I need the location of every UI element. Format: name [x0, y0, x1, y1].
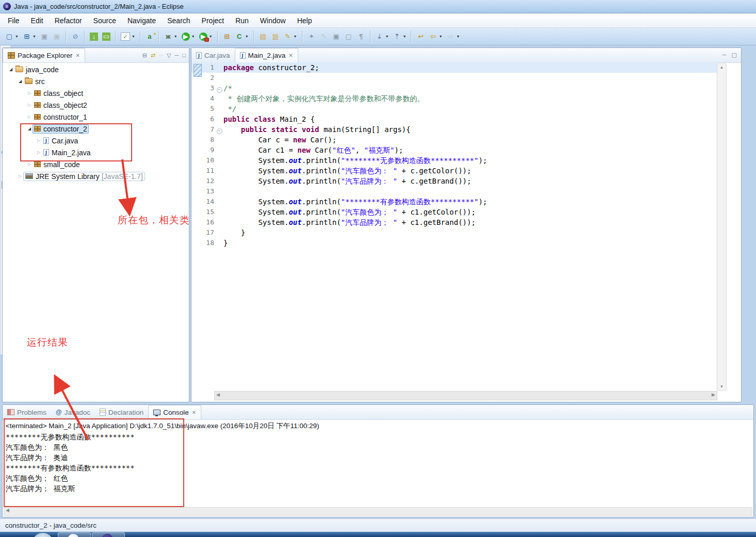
- scroll-down-icon[interactable]: ▼: [717, 384, 726, 389]
- new-wizard-button[interactable]: ▢▼: [4, 31, 20, 42]
- collapsed-twistie-icon[interactable]: ▷: [26, 91, 33, 95]
- console-tab-console[interactable]: Console✕: [148, 405, 201, 419]
- menu-help[interactable]: Help: [292, 15, 318, 26]
- collapsed-twistie-icon[interactable]: ▷: [26, 103, 33, 107]
- dropdown-arrow-icon[interactable]: ▼: [33, 35, 36, 38]
- menu-file[interactable]: File: [2, 15, 25, 26]
- dropdown-arrow-icon[interactable]: ▼: [132, 35, 135, 38]
- close-icon[interactable]: ✕: [288, 53, 293, 58]
- maximize-view-icon[interactable]: □: [182, 52, 186, 58]
- collapse-icon[interactable]: −: [217, 128, 222, 134]
- tree-item-constructor-2[interactable]: ◢constructor_2: [3, 123, 189, 135]
- console-tab-problems[interactable]: Problems: [3, 405, 51, 419]
- forward-button[interactable]: ⇨▼: [445, 31, 461, 42]
- dropdown-arrow-icon[interactable]: ▼: [385, 35, 389, 38]
- avd-manager-button[interactable]: ▭: [101, 31, 112, 42]
- menu-window[interactable]: Window: [254, 15, 292, 26]
- attach-key-button[interactable]: ✦: [306, 31, 317, 42]
- close-icon[interactable]: ✕: [76, 53, 80, 58]
- dropdown-arrow-icon[interactable]: ▼: [174, 35, 178, 38]
- expanded-twistie-icon[interactable]: ◢: [26, 126, 33, 131]
- console-output[interactable]: ********无参数构造函数**********汽车颜色为： 黑色汽车品牌为：…: [3, 432, 753, 494]
- menu-navigate[interactable]: Navigate: [122, 15, 162, 26]
- menu-project[interactable]: Project: [196, 15, 230, 26]
- brush-disabled-button[interactable]: ✎: [318, 31, 330, 42]
- close-icon[interactable]: ✕: [192, 410, 196, 415]
- minimize-view-icon[interactable]: ─: [175, 52, 179, 58]
- taskbar-app-2[interactable]: [92, 532, 125, 537]
- collapsed-twistie-icon[interactable]: ▷: [26, 162, 33, 167]
- console-horizontal-scrollbar[interactable]: ◀: [4, 507, 752, 516]
- menu-run[interactable]: Run: [230, 15, 254, 26]
- collapse-icon[interactable]: −: [217, 87, 222, 93]
- start-button[interactable]: [32, 533, 54, 537]
- open-folder-button[interactable]: ▥: [270, 31, 281, 42]
- java-ee-grid-button[interactable]: ⊞: [221, 31, 233, 42]
- editor-vertical-scrollbar[interactable]: ▲ ▼: [717, 63, 727, 390]
- save-all-button[interactable]: ▣: [51, 31, 62, 42]
- tree-item-class-object[interactable]: ▷class_object: [3, 87, 189, 99]
- new-java-class-button[interactable]: a+: [144, 31, 155, 42]
- collapsed-twistie-icon[interactable]: ▷: [26, 115, 33, 119]
- previous-annotation-button[interactable]: ⇡▼: [391, 31, 408, 42]
- collapse-all-icon[interactable]: ⊟: [142, 52, 147, 59]
- expanded-twistie-icon[interactable]: ◢: [8, 67, 14, 72]
- tree-item-main-2-java[interactable]: ▷JMain_2.java: [3, 147, 189, 158]
- dropdown-arrow-icon[interactable]: ▼: [209, 35, 213, 38]
- focus-icon[interactable]: ◦◦: [159, 52, 163, 58]
- expanded-twistie-icon[interactable]: ◢: [17, 79, 23, 84]
- show-source-button[interactable]: ▢: [343, 31, 355, 42]
- tab-package-explorer[interactable]: Package Explorer ✕: [3, 48, 85, 62]
- collapsed-twistie-icon[interactable]: ▷: [36, 150, 42, 155]
- dropdown-arrow-icon[interactable]: ▼: [403, 35, 406, 38]
- open-resource-button[interactable]: ▤: [258, 31, 269, 42]
- editor-horizontal-scrollbar[interactable]: ◀ ▶: [214, 391, 717, 400]
- tree-item-src[interactable]: ◢src: [3, 75, 189, 87]
- tree-item-class-object2[interactable]: ▷class_object2: [3, 99, 189, 111]
- collapsed-twistie-icon[interactable]: ▷: [17, 174, 23, 178]
- save-button[interactable]: ▣: [39, 31, 50, 42]
- new-java-project-button[interactable]: ⊞▼: [21, 31, 38, 42]
- console-tab-javadoc[interactable]: @Javadoc: [51, 405, 95, 419]
- editor-tab-main-2-java[interactable]: JMain_2.java✕: [235, 48, 298, 62]
- collapsed-twistie-icon[interactable]: ▷: [36, 138, 42, 143]
- search-button[interactable]: ✎▼: [282, 31, 299, 42]
- dropdown-arrow-icon[interactable]: ▼: [456, 35, 460, 38]
- dropdown-arrow-icon[interactable]: ▼: [191, 35, 195, 38]
- menu-refactor[interactable]: Refactor: [49, 15, 88, 26]
- scroll-left-icon[interactable]: ◀: [6, 508, 9, 513]
- minimize-editor-icon[interactable]: ─: [722, 52, 727, 58]
- tree-item-small-code[interactable]: ▷small_code: [3, 158, 189, 170]
- print-disabled-button[interactable]: ⊘: [70, 31, 81, 42]
- back-button[interactable]: ⇦▼: [427, 31, 444, 42]
- dropdown-arrow-icon[interactable]: ▼: [439, 35, 442, 38]
- scroll-left-icon[interactable]: ◀: [216, 392, 220, 397]
- dropdown-arrow-icon[interactable]: ▼: [294, 35, 297, 38]
- maximize-editor-icon[interactable]: ▢: [732, 52, 737, 58]
- menu-edit[interactable]: Edit: [25, 15, 49, 26]
- debug-button[interactable]: ж▼: [163, 31, 179, 42]
- run-button[interactable]: ▶▼: [180, 31, 197, 42]
- compile-button[interactable]: C▼: [234, 31, 250, 42]
- console-tab-declaration[interactable]: Declaration: [95, 405, 148, 419]
- scroll-up-icon[interactable]: ▲: [717, 65, 726, 70]
- tree-item-constructor-1[interactable]: ▷constructor_1: [3, 111, 189, 123]
- tree-item-car-java[interactable]: ▷JCar.java: [3, 135, 189, 147]
- menu-search[interactable]: Search: [162, 15, 196, 26]
- dropdown-arrow-icon[interactable]: ▼: [245, 35, 249, 38]
- view-menu-icon[interactable]: ▽: [167, 52, 171, 59]
- tree-item-java-code[interactable]: ◢java_code: [3, 63, 189, 75]
- next-annotation-button[interactable]: ⇣▼: [374, 31, 391, 42]
- mark-occurrences-button[interactable]: ▣: [331, 31, 342, 42]
- taskbar-app-1[interactable]: [58, 532, 91, 537]
- scroll-right-icon[interactable]: ▶: [712, 392, 715, 397]
- android-sdk-manager-button[interactable]: ↓: [88, 31, 100, 42]
- last-edit-location-button[interactable]: ↩: [415, 31, 426, 42]
- code-editor[interactable]: 1package constructor_2;23−/*4 * 创建两个对象，实…: [191, 62, 717, 392]
- tree-item-jre-system-library[interactable]: ▷JRE System Library[JavaSE-1.7]: [3, 170, 189, 182]
- dropdown-arrow-icon[interactable]: ▼: [15, 35, 19, 38]
- menu-source[interactable]: Source: [88, 15, 122, 26]
- show-whitespace-button[interactable]: ¶: [356, 31, 367, 42]
- link-with-editor-icon[interactable]: ⇄: [151, 52, 155, 59]
- run-checkbox-button[interactable]: ✓▼: [119, 31, 137, 42]
